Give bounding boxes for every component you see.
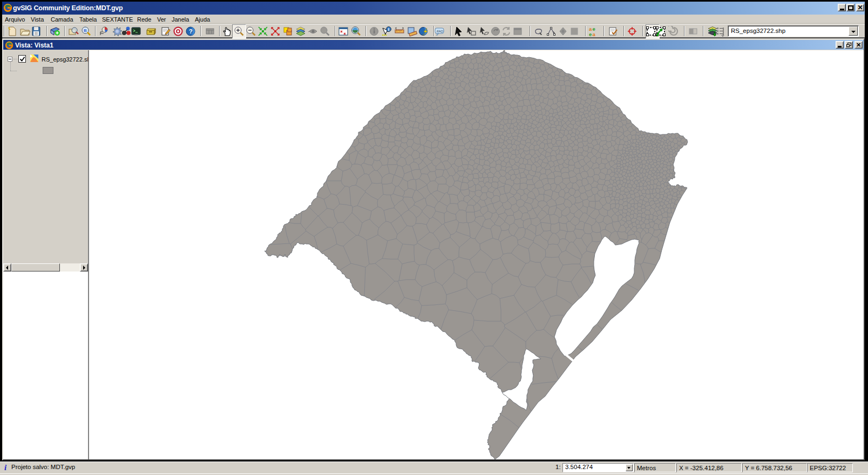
svg-text:?: ? bbox=[189, 28, 193, 35]
svg-text:a: a bbox=[593, 31, 596, 37]
svg-text:B: B bbox=[84, 28, 87, 33]
svg-text:e: e bbox=[589, 31, 592, 37]
svg-text:FAQ: FAQ bbox=[437, 30, 443, 33]
